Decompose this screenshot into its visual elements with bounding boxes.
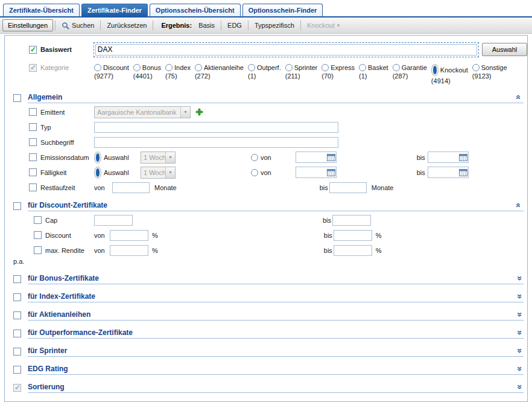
faelligkeit-bis-input[interactable] — [428, 168, 459, 177]
basiswert-input[interactable] — [95, 44, 477, 56]
emissionsdatum-von-radio[interactable]: von — [251, 154, 271, 161]
radio-icon[interactable] — [133, 64, 141, 71]
expand-section-icon[interactable] — [516, 348, 521, 354]
cap-von-input[interactable] — [94, 215, 133, 226]
radio-label: Auswahl — [104, 154, 129, 161]
restlaufzeit-bis-input[interactable] — [329, 182, 367, 193]
cap-bis-input[interactable] — [332, 215, 371, 226]
radio-icon[interactable] — [251, 154, 258, 161]
discount-von-input[interactable] — [110, 230, 148, 241]
expand-section-icon[interactable] — [516, 330, 521, 336]
radio-icon[interactable] — [94, 64, 101, 71]
radio-icon[interactable] — [248, 64, 255, 71]
radio-icon[interactable] — [359, 64, 366, 71]
tab-zertifikate-uebersicht[interactable]: Zertifikate-Übersicht — [3, 4, 80, 16]
kategorie-option-garantie[interactable]: Garantie (287) — [393, 64, 427, 85]
radio-selected-icon[interactable] — [94, 152, 101, 164]
typ-input[interactable] — [94, 122, 338, 133]
option-count: (272) — [195, 72, 244, 80]
option-label: Outperf. — [257, 64, 281, 71]
kategorie-option-bonus[interactable]: Bonus (4401) — [133, 64, 161, 85]
kategorie-option-sonstige[interactable]: Sonstige (9123) — [472, 64, 507, 85]
radio-selected-icon[interactable] — [94, 167, 101, 179]
section-allgemein-checkbox[interactable] — [13, 94, 21, 102]
calendar-icon[interactable] — [327, 168, 335, 176]
einstellungen-button[interactable]: Einstellungen — [2, 19, 53, 31]
radio-icon[interactable] — [251, 169, 258, 176]
expand-section-icon[interactable] — [516, 275, 521, 281]
expand-section-icon[interactable] — [516, 366, 521, 372]
discount-checkbox[interactable] — [34, 231, 42, 239]
faelligkeit-von-radio[interactable]: von — [251, 169, 271, 176]
section-title: Allgemein — [28, 93, 62, 101]
section-edg-rating-checkbox[interactable] — [13, 366, 21, 374]
tab-optionsschein-finder[interactable]: Optionsschein-Finder — [242, 4, 323, 16]
calendar-icon[interactable] — [327, 153, 335, 161]
emittent-checkbox[interactable] — [29, 108, 37, 116]
auswahl-button[interactable]: Auswahl — [482, 43, 527, 56]
faelligkeit-auswahl-radio[interactable]: Auswahl — [94, 167, 141, 179]
max-rendite-von-input[interactable] — [110, 245, 148, 256]
cap-checkbox[interactable] — [34, 216, 42, 224]
section-bonus-checkbox[interactable] — [13, 275, 21, 283]
section-index-checkbox[interactable] — [13, 293, 21, 301]
ergebnis-basis-button[interactable]: Basis — [194, 20, 219, 31]
radio-selected-icon[interactable] — [431, 64, 439, 76]
option-label: Sprinter — [294, 64, 318, 71]
search-icon — [62, 22, 69, 30]
tab-zertifikate-finder[interactable]: Zertifikate-Finder — [81, 4, 148, 16]
emissionsdatum-auswahl-radio[interactable]: Auswahl — [94, 152, 141, 164]
expand-section-icon[interactable] — [516, 311, 521, 317]
section-aktienanleihen-checkbox[interactable] — [13, 311, 21, 319]
suchbegriff-input[interactable] — [94, 137, 338, 148]
section-sprinter-checkbox[interactable] — [13, 348, 21, 356]
calendar-icon[interactable] — [459, 153, 467, 161]
suchen-button[interactable]: Suchen — [57, 20, 98, 31]
faelligkeit-checkbox[interactable] — [29, 168, 37, 176]
basiswert-checkbox[interactable] — [29, 46, 37, 54]
emissionsdatum-von-input[interactable] — [296, 153, 327, 162]
expand-section-icon[interactable] — [516, 293, 521, 299]
max-rendite-bis-input[interactable] — [334, 245, 372, 256]
section-title: Sortierung — [28, 383, 65, 391]
section-outperformance-checkbox[interactable] — [13, 330, 21, 337]
faelligkeit-von-input[interactable] — [296, 168, 327, 177]
section-title: für Bonus-Zertifikate — [28, 274, 99, 282]
restlaufzeit-checkbox[interactable] — [29, 183, 37, 191]
radio-icon[interactable] — [285, 64, 293, 71]
kategorie-option-knockout[interactable]: Knockout (4914) — [431, 64, 468, 85]
max-rendite-row: max. Rendite von % bis % — [5, 243, 527, 258]
collapse-section-icon[interactable] — [516, 202, 521, 208]
emissionsdatum-bis-input[interactable] — [428, 153, 459, 162]
collapse-section-icon[interactable] — [516, 94, 521, 100]
section-discount-checkbox[interactable] — [13, 202, 21, 210]
ergebnis-typspezifisch-button[interactable]: Typspezifisch — [250, 20, 299, 31]
restlaufzeit-von-input[interactable] — [112, 182, 150, 193]
kategorie-option-index[interactable]: Index (75) — [165, 64, 191, 85]
kategorie-option-basket[interactable]: Basket (1) — [359, 64, 388, 85]
radio-icon[interactable] — [393, 64, 400, 71]
suchbegriff-checkbox[interactable] — [29, 138, 37, 146]
radio-icon[interactable] — [165, 64, 173, 71]
kategorie-option-express[interactable]: Express (70) — [321, 64, 355, 85]
radio-icon[interactable] — [195, 64, 202, 71]
kategorie-option-outperf[interactable]: Outperf. (1) — [248, 64, 281, 85]
max-rendite-checkbox[interactable] — [34, 246, 42, 254]
zuruecksetzen-button[interactable]: Zurücksetzen — [103, 20, 151, 31]
tab-optionsschein-uebersicht[interactable]: Optionsschein-Übersicht — [150, 4, 241, 16]
kategorie-option-sprinter[interactable]: Sprinter (211) — [285, 64, 318, 85]
expand-section-icon[interactable] — [516, 384, 521, 390]
cap-label: Cap — [45, 217, 94, 224]
option-count: (287) — [393, 72, 427, 80]
toolbar: Einstellungen Suchen Zurücksetzen Ergebn… — [0, 18, 532, 34]
calendar-icon[interactable] — [459, 168, 467, 176]
radio-icon[interactable] — [321, 64, 329, 71]
typ-checkbox[interactable] — [29, 123, 37, 131]
add-emittent-icon[interactable] — [195, 108, 203, 116]
emissionsdatum-checkbox[interactable] — [29, 153, 37, 161]
kategorie-option-discount[interactable]: Discount (9277) — [94, 64, 129, 85]
radio-icon[interactable] — [472, 64, 480, 71]
discount-bis-input[interactable] — [334, 230, 372, 241]
ergebnis-edg-button[interactable]: EDG — [223, 20, 246, 31]
kategorie-option-aktienanleihe[interactable]: Aktienanleihe (272) — [195, 64, 244, 85]
